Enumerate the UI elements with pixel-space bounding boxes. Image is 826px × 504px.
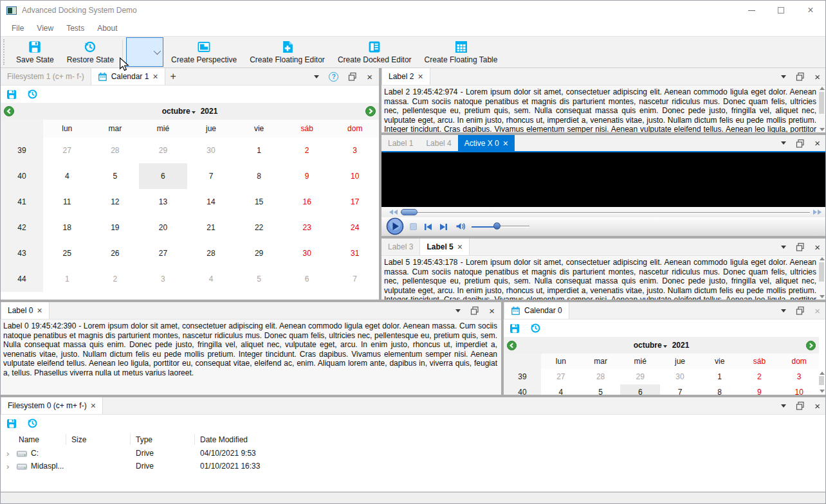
calendar-day-cell[interactable]: 4 — [43, 163, 91, 189]
prev-month-icon[interactable] — [4, 106, 14, 116]
calendar-day-cell[interactable]: 6 — [139, 163, 187, 189]
dock-menu-icon[interactable] — [781, 246, 786, 249]
tab-close-icon[interactable]: × — [503, 139, 508, 148]
scrollbar[interactable] — [818, 372, 825, 393]
tab-label5[interactable]: Label 5 × — [419, 239, 470, 255]
calendar-day-cell[interactable]: 12 — [91, 189, 140, 215]
calendar-day-cell[interactable]: 10 — [779, 384, 819, 395]
calendar-day-cell[interactable]: 28 — [91, 138, 140, 163]
save-icon[interactable] — [6, 89, 17, 100]
calendar-day-cell[interactable]: 20 — [139, 215, 187, 240]
calendar-day-cell[interactable]: 29 — [235, 240, 283, 266]
calendar-day-cell[interactable]: 2 — [91, 266, 140, 292]
scrollbar[interactable] — [818, 257, 825, 298]
help-icon[interactable]: ? — [329, 72, 338, 82]
tab-label1[interactable]: Label 1 — [381, 135, 419, 151]
expand-chevron-icon[interactable]: › — [6, 449, 13, 458]
calendar-day-cell[interactable]: 21 — [187, 215, 235, 240]
calendar-day-cell[interactable]: 28 — [187, 240, 235, 266]
calendar-day-cell[interactable]: 2 — [740, 369, 780, 384]
maximize-button[interactable] — [766, 1, 796, 20]
calendar-day-cell[interactable]: 1 — [235, 138, 283, 163]
calendar-day-cell[interactable]: 7 — [187, 163, 235, 189]
scroll-down-icon[interactable] — [820, 295, 825, 298]
create-perspective-button[interactable]: Create Perspective — [165, 37, 243, 68]
minimize-button[interactable] — [737, 1, 766, 20]
menu-file[interactable]: File — [6, 22, 30, 35]
calendar-day-cell[interactable]: 2 — [283, 138, 331, 163]
undock-icon[interactable] — [470, 306, 479, 315]
tab-close-icon[interactable]: × — [457, 242, 463, 251]
save-icon[interactable] — [6, 419, 17, 429]
restore-state-button[interactable]: Restore State — [60, 37, 120, 68]
tab-filesystem1[interactable]: Filesystem 1 (c+ m- f-) — [1, 68, 91, 85]
calendar-day-cell[interactable]: 6 — [620, 384, 660, 395]
dock-menu-icon[interactable] — [314, 75, 319, 78]
calendar-day-cell[interactable]: 3 — [331, 138, 379, 163]
tab-close-icon[interactable]: × — [37, 306, 42, 315]
undock-icon[interactable] — [796, 139, 805, 148]
volume-thumb[interactable] — [493, 222, 500, 230]
calendar-day-cell[interactable]: 27 — [43, 138, 91, 163]
add-tab-button[interactable]: + — [165, 68, 181, 85]
calendar-day-cell[interactable]: 29 — [139, 138, 187, 163]
close-panel-icon[interactable]: × — [814, 72, 820, 82]
scroll-up-icon[interactable] — [820, 87, 825, 90]
scroll-thumb[interactable] — [819, 92, 824, 114]
calendar-day-cell[interactable]: 5 — [235, 266, 283, 292]
tab-calendar0[interactable]: Calendar 0 — [504, 302, 569, 319]
tab-label0[interactable]: Label 0 × — [1, 302, 50, 319]
dock-menu-icon[interactable] — [781, 404, 786, 408]
undock-icon[interactable] — [796, 242, 805, 251]
restore-icon[interactable] — [530, 323, 541, 334]
tab-label2[interactable]: Label 2 × — [381, 68, 430, 85]
close-panel-icon[interactable]: × — [814, 138, 820, 148]
scroll-thumb[interactable] — [819, 376, 824, 385]
menu-about[interactable]: About — [91, 22, 123, 35]
dock-menu-icon[interactable] — [781, 75, 786, 78]
prev-month-icon[interactable] — [507, 341, 517, 350]
calendar-day-cell[interactable]: 3 — [139, 266, 187, 292]
next-button[interactable] — [439, 222, 448, 231]
calendar-day-cell[interactable]: 22 — [235, 215, 283, 240]
table-row[interactable]: ›C:Drive04/10/2021 9:53 — [1, 447, 826, 460]
create-floating-table-button[interactable]: Create Floating Table — [418, 37, 504, 68]
menu-view[interactable]: View — [31, 22, 59, 35]
calendar1-month-year[interactable]: octubre2021 — [14, 107, 365, 116]
fast-forward-icon[interactable] — [813, 210, 821, 215]
calendar-day-cell[interactable]: 29 — [620, 369, 660, 384]
calendar-day-cell[interactable]: 28 — [581, 369, 621, 384]
calendar-day-cell[interactable]: 5 — [581, 384, 621, 395]
scroll-down-icon[interactable] — [820, 390, 825, 393]
calendar-day-cell[interactable]: 18 — [43, 215, 91, 240]
tab-close-icon[interactable]: × — [418, 72, 423, 81]
column-header-size[interactable]: Size — [66, 434, 131, 445]
rewind-icon[interactable] — [389, 210, 398, 215]
calendar-day-cell[interactable]: 30 — [660, 369, 700, 384]
expand-chevron-icon[interactable]: › — [6, 462, 13, 471]
tab-close-icon[interactable]: × — [91, 401, 96, 410]
create-docked-editor-button[interactable]: Create Docked Editor — [331, 37, 418, 68]
calendar-day-cell[interactable]: 11 — [43, 189, 91, 215]
calendar-day-cell[interactable]: 9 — [283, 163, 331, 189]
tab-activex0[interactable]: Active X 0 × — [458, 135, 515, 151]
calendar-day-cell[interactable]: 1 — [43, 266, 91, 292]
perspective-combobox[interactable] — [126, 37, 163, 67]
calendar-day-cell[interactable]: 15 — [235, 189, 283, 215]
calendar-day-cell[interactable]: 7 — [660, 384, 700, 395]
save-state-button[interactable]: Save State — [10, 37, 60, 68]
tab-close-icon[interactable]: × — [152, 72, 158, 81]
undock-icon[interactable] — [796, 72, 805, 81]
scroll-thumb[interactable] — [819, 262, 824, 282]
calendar-day-cell[interactable]: 6 — [283, 266, 331, 292]
toolbar-drag-handle[interactable] — [3, 39, 8, 65]
close-panel-icon[interactable]: × — [489, 306, 495, 316]
calendar-day-cell[interactable]: 25 — [43, 240, 91, 266]
close-button[interactable]: × — [796, 1, 825, 20]
volume-track[interactable] — [497, 226, 529, 228]
calendar-day-cell[interactable]: 27 — [541, 369, 581, 384]
close-panel-icon[interactable]: × — [367, 72, 372, 82]
calendar-day-cell[interactable]: 10 — [331, 163, 379, 189]
calendar0-month-year[interactable]: octubre2021 — [517, 341, 806, 350]
dock-menu-icon[interactable] — [781, 309, 786, 312]
